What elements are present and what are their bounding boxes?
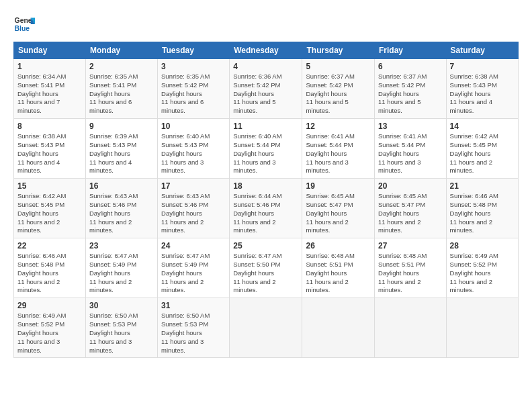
calendar-cell: 29 Sunrise: 6:49 AM Sunset: 5:52 PM Dayl… [14, 298, 86, 358]
day-number: 1 [17, 62, 82, 71]
calendar-cell: 20 Sunrise: 6:45 AM Sunset: 5:47 PM Dayl… [375, 179, 447, 238]
day-info: Sunrise: 6:36 AM Sunset: 5:42 PM Dayligh… [233, 73, 298, 116]
calendar-week-5: 29 Sunrise: 6:49 AM Sunset: 5:52 PM Dayl… [14, 298, 519, 358]
day-header-tuesday: Tuesday [158, 42, 230, 59]
day-info: Sunrise: 6:37 AM Sunset: 5:42 PM Dayligh… [378, 73, 443, 116]
calendar-header-row: SundayMondayTuesdayWednesdayThursdayFrid… [14, 42, 519, 59]
day-number: 28 [450, 241, 515, 250]
day-info: Sunrise: 6:50 AM Sunset: 5:53 PM Dayligh… [89, 312, 154, 355]
calendar-cell: 7 Sunrise: 6:38 AM Sunset: 5:43 PM Dayli… [446, 59, 518, 119]
day-info: Sunrise: 6:34 AM Sunset: 5:41 PM Dayligh… [17, 73, 82, 116]
day-info: Sunrise: 6:45 AM Sunset: 5:47 PM Dayligh… [378, 192, 443, 235]
calendar-cell: 16 Sunrise: 6:43 AM Sunset: 5:46 PM Dayl… [85, 179, 157, 238]
day-number: 19 [306, 181, 371, 191]
calendar-cell: 2 Sunrise: 6:35 AM Sunset: 5:41 PM Dayli… [85, 59, 157, 119]
day-info: Sunrise: 6:40 AM Sunset: 5:44 PM Dayligh… [233, 132, 298, 175]
calendar-cell: 31 Sunrise: 6:50 AM Sunset: 5:53 PM Dayl… [158, 298, 230, 358]
calendar-cell [446, 298, 518, 358]
day-info: Sunrise: 6:42 AM Sunset: 5:45 PM Dayligh… [450, 132, 515, 175]
day-number: 13 [378, 122, 443, 131]
day-info: Sunrise: 6:45 AM Sunset: 5:47 PM Dayligh… [306, 192, 371, 235]
calendar-week-3: 15 Sunrise: 6:42 AM Sunset: 5:45 PM Dayl… [14, 179, 519, 238]
day-info: Sunrise: 6:41 AM Sunset: 5:44 PM Dayligh… [378, 132, 443, 175]
day-info: Sunrise: 6:38 AM Sunset: 5:43 PM Dayligh… [17, 132, 82, 175]
day-info: Sunrise: 6:46 AM Sunset: 5:48 PM Dayligh… [17, 252, 82, 295]
day-number: 3 [161, 62, 226, 71]
day-number: 14 [450, 122, 515, 131]
calendar-cell: 18 Sunrise: 6:44 AM Sunset: 5:46 PM Dayl… [230, 179, 302, 238]
day-info: Sunrise: 6:35 AM Sunset: 5:41 PM Dayligh… [89, 73, 154, 116]
day-info: Sunrise: 6:46 AM Sunset: 5:48 PM Dayligh… [450, 192, 515, 235]
day-number: 31 [161, 301, 226, 310]
day-info: Sunrise: 6:49 AM Sunset: 5:52 PM Dayligh… [450, 252, 515, 295]
day-number: 11 [233, 122, 298, 131]
calendar-cell: 5 Sunrise: 6:37 AM Sunset: 5:42 PM Dayli… [302, 59, 375, 119]
day-info: Sunrise: 6:39 AM Sunset: 5:43 PM Dayligh… [89, 132, 154, 175]
day-info: Sunrise: 6:47 AM Sunset: 5:49 PM Dayligh… [161, 252, 226, 295]
day-info: Sunrise: 6:37 AM Sunset: 5:42 PM Dayligh… [306, 73, 371, 116]
day-number: 24 [161, 241, 226, 250]
day-number: 20 [378, 181, 443, 191]
day-info: Sunrise: 6:48 AM Sunset: 5:51 PM Dayligh… [306, 252, 371, 295]
calendar-cell: 30 Sunrise: 6:50 AM Sunset: 5:53 PM Dayl… [85, 298, 157, 358]
calendar-cell: 11 Sunrise: 6:40 AM Sunset: 5:44 PM Dayl… [230, 119, 302, 179]
calendar-cell: 10 Sunrise: 6:40 AM Sunset: 5:43 PM Dayl… [158, 119, 230, 179]
calendar-cell: 13 Sunrise: 6:41 AM Sunset: 5:44 PM Dayl… [375, 119, 447, 179]
day-header-sunday: Sunday [14, 42, 86, 59]
day-number: 16 [89, 181, 154, 191]
day-number: 2 [89, 62, 154, 71]
calendar-week-2: 8 Sunrise: 6:38 AM Sunset: 5:43 PM Dayli… [14, 119, 519, 179]
calendar-cell [302, 298, 375, 358]
calendar-cell: 6 Sunrise: 6:37 AM Sunset: 5:42 PM Dayli… [375, 59, 447, 119]
day-info: Sunrise: 6:49 AM Sunset: 5:52 PM Dayligh… [17, 312, 82, 355]
day-number: 21 [450, 181, 515, 191]
calendar-cell: 1 Sunrise: 6:34 AM Sunset: 5:41 PM Dayli… [14, 59, 86, 119]
calendar-cell: 12 Sunrise: 6:41 AM Sunset: 5:44 PM Dayl… [302, 119, 375, 179]
day-info: Sunrise: 6:38 AM Sunset: 5:43 PM Dayligh… [450, 73, 515, 116]
day-number: 9 [89, 122, 154, 131]
calendar-cell: 8 Sunrise: 6:38 AM Sunset: 5:43 PM Dayli… [14, 119, 86, 179]
day-info: Sunrise: 6:43 AM Sunset: 5:46 PM Dayligh… [161, 192, 226, 235]
calendar-cell [230, 298, 302, 358]
calendar-cell: 9 Sunrise: 6:39 AM Sunset: 5:43 PM Dayli… [85, 119, 157, 179]
page-header: General Blue [13, 13, 519, 35]
calendar-cell: 4 Sunrise: 6:36 AM Sunset: 5:42 PM Dayli… [230, 59, 302, 119]
calendar-cell: 23 Sunrise: 6:47 AM Sunset: 5:49 PM Dayl… [85, 238, 157, 298]
day-number: 12 [306, 122, 371, 131]
day-number: 30 [89, 301, 154, 310]
day-info: Sunrise: 6:41 AM Sunset: 5:44 PM Dayligh… [306, 132, 371, 175]
day-number: 17 [161, 181, 226, 191]
logo-icon: General Blue [13, 13, 35, 35]
day-info: Sunrise: 6:47 AM Sunset: 5:49 PM Dayligh… [89, 252, 154, 295]
calendar-cell: 26 Sunrise: 6:48 AM Sunset: 5:51 PM Dayl… [302, 238, 375, 298]
day-number: 22 [17, 241, 82, 250]
logo: General Blue [13, 13, 35, 35]
day-header-monday: Monday [85, 42, 157, 59]
day-info: Sunrise: 6:48 AM Sunset: 5:51 PM Dayligh… [378, 252, 443, 295]
day-header-friday: Friday [375, 42, 447, 59]
day-info: Sunrise: 6:40 AM Sunset: 5:43 PM Dayligh… [161, 132, 226, 175]
calendar-cell: 22 Sunrise: 6:46 AM Sunset: 5:48 PM Dayl… [14, 238, 86, 298]
day-number: 8 [17, 122, 82, 131]
calendar-cell: 21 Sunrise: 6:46 AM Sunset: 5:48 PM Dayl… [446, 179, 518, 238]
day-number: 26 [306, 241, 371, 250]
calendar-table: SundayMondayTuesdayWednesdayThursdayFrid… [13, 42, 519, 358]
calendar-cell: 17 Sunrise: 6:43 AM Sunset: 5:46 PM Dayl… [158, 179, 230, 238]
calendar-cell: 3 Sunrise: 6:35 AM Sunset: 5:42 PM Dayli… [158, 59, 230, 119]
day-header-wednesday: Wednesday [230, 42, 302, 59]
calendar-cell [375, 298, 447, 358]
day-header-saturday: Saturday [446, 42, 518, 59]
calendar-cell: 28 Sunrise: 6:49 AM Sunset: 5:52 PM Dayl… [446, 238, 518, 298]
svg-text:Blue: Blue [15, 25, 30, 32]
calendar-cell: 14 Sunrise: 6:42 AM Sunset: 5:45 PM Dayl… [446, 119, 518, 179]
calendar-cell: 25 Sunrise: 6:47 AM Sunset: 5:50 PM Dayl… [230, 238, 302, 298]
day-info: Sunrise: 6:44 AM Sunset: 5:46 PM Dayligh… [233, 192, 298, 235]
day-number: 27 [378, 241, 443, 250]
day-number: 29 [17, 301, 82, 310]
day-number: 25 [233, 241, 298, 250]
day-info: Sunrise: 6:35 AM Sunset: 5:42 PM Dayligh… [161, 73, 226, 116]
day-number: 15 [17, 181, 82, 191]
calendar-cell: 15 Sunrise: 6:42 AM Sunset: 5:45 PM Dayl… [14, 179, 86, 238]
day-info: Sunrise: 6:50 AM Sunset: 5:53 PM Dayligh… [161, 312, 226, 355]
calendar-cell: 19 Sunrise: 6:45 AM Sunset: 5:47 PM Dayl… [302, 179, 375, 238]
